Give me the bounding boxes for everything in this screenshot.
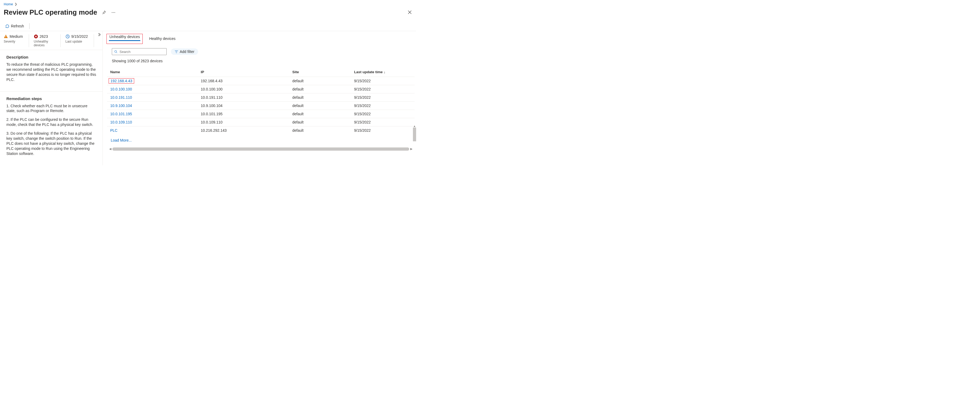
device-name-link[interactable]: 10.0.100.100 [110,87,132,91]
table-row[interactable]: 10.0.100.10010.0.100.100default9/15/2022 [107,85,415,93]
device-time: 9/15/2022 [354,79,399,83]
col-header-site[interactable]: Site [292,70,354,74]
vertical-scrollbar[interactable]: ▲ ▼ [413,125,416,165]
device-ip: 192.168.4.43 [201,79,292,83]
highlighted-device: 192.168.4.43 [109,78,134,84]
remediation-heading: Remediation steps [6,96,96,101]
device-name-link[interactable]: 10.0.101.195 [110,112,132,116]
stats-strip: Medium Severity 2623 Unhealthy devices 9… [0,31,102,50]
device-name-link[interactable]: 192.168.4.43 [110,79,132,83]
device-time: 9/15/2022 [354,128,399,133]
svg-rect-5 [6,36,6,37]
severity-label: Severity [4,40,23,43]
svg-point-0 [112,12,113,13]
search-input[interactable] [119,50,164,54]
device-site: default [292,95,354,100]
device-time: 9/15/2022 [354,95,399,100]
update-label: Last update [65,40,88,43]
description-body: To reduce the threat of malicious PLC pr… [6,62,96,82]
device-ip: 10.9.100.104 [201,103,292,108]
remediation-step-2: 2. If the PLC can be configured to the s… [6,117,96,127]
unhealthy-value: 2623 [40,34,48,38]
refresh-label: Refresh [11,24,24,28]
device-site: default [292,112,354,116]
stat-unhealthy: 2623 Unhealthy devices [34,34,61,47]
add-filter-label: Add filter [180,49,194,54]
unhealthy-label: Unhealthy devices [34,40,54,47]
table-row[interactable]: 10.9.100.10410.9.100.104default9/15/2022 [107,102,415,110]
device-time: 9/15/2022 [354,87,399,91]
scroll-left-icon[interactable]: ◀ [109,147,111,151]
device-site: default [292,128,354,133]
close-icon[interactable] [407,10,412,15]
filter-icon [175,50,178,54]
device-name-link[interactable]: 10.0.191.110 [110,95,132,100]
table-row[interactable]: PLC10.216.292.143default9/15/2022 [107,126,415,134]
svg-point-9 [115,51,117,53]
device-site: default [292,79,354,83]
svg-point-1 [113,12,114,13]
add-filter-button[interactable]: Add filter [171,48,198,55]
breadcrumb: Home ❯ [0,0,416,7]
scroll-up-icon[interactable]: ▲ [413,125,416,127]
device-time: 9/15/2022 [354,112,399,116]
horizontal-scrollbar[interactable]: ◀ ▶ [107,146,415,151]
page-title: Review PLC operating mode [4,8,97,16]
refresh-button[interactable]: Refresh [4,23,25,29]
table-row[interactable]: 10.0.191.11010.0.191.110default9/15/2022 [107,93,415,102]
update-value: 9/15/2022 [72,34,88,38]
table-row[interactable]: 192.168.4.43192.168.4.43default9/15/2022 [107,77,415,85]
device-site: default [292,103,354,108]
device-time: 9/15/2022 [354,103,399,108]
remediation-step-1: 1. Check whether each PLC must be in uns… [6,103,96,114]
pin-icon[interactable] [101,10,107,16]
remediation-step-3: 3. Do one of the following: If the PLC h… [6,131,96,156]
warning-icon [4,34,8,38]
results-count: Showing 1000 of 2623 devices [107,59,416,63]
table-row[interactable]: 10.0.101.19510.0.101.195default9/15/2022 [107,110,415,118]
svg-rect-6 [6,37,6,38]
error-icon [34,34,38,38]
expand-stats-icon[interactable] [97,33,101,37]
device-name-link[interactable]: 10.0.109.110 [110,120,132,124]
severity-value: Medium [10,34,23,38]
tab-unhealthy[interactable]: Unhealthy devices [109,33,140,41]
clock-icon [65,34,70,38]
description-heading: Description [6,55,96,59]
col-header-ip[interactable]: IP [201,70,292,74]
description-section: Description To reduce the threat of mali… [0,50,102,91]
search-box[interactable] [112,48,167,55]
device-ip: 10.0.100.100 [201,87,292,91]
toolbar-separator [29,23,30,29]
col-header-name[interactable]: Name [110,70,201,74]
remediation-section: Remediation steps 1. Check whether each … [0,92,102,165]
device-tabs: Unhealthy devices Healthy devices [107,35,416,43]
sort-arrow-icon: ↓ [383,70,385,74]
tab-unhealthy-highlight: Unhealthy devices [107,34,143,44]
device-ip: 10.0.101.195 [201,112,292,116]
search-icon [114,50,118,54]
device-name-link[interactable]: 10.9.100.104 [110,103,132,108]
device-name-link[interactable]: PLC [110,128,118,133]
table-header: Name IP Site Last update time ↓ [107,68,415,77]
breadcrumb-home[interactable]: Home [4,2,13,6]
device-ip: 10.0.109.110 [201,120,292,124]
stat-severity: Medium Severity [4,34,29,47]
scroll-right-icon[interactable]: ▶ [410,147,412,151]
device-ip: 10.216.292.143 [201,128,292,133]
device-ip: 10.0.191.110 [201,95,292,100]
more-icon[interactable] [110,10,116,16]
table-row[interactable]: 10.0.109.11010.0.109.110default9/15/2022 [107,118,415,126]
load-more-link[interactable]: Load More... [107,134,415,146]
toolbar: Refresh [0,21,416,31]
svg-point-2 [115,12,115,13]
col-header-time[interactable]: Last update time ↓ [354,70,399,74]
device-site: default [292,120,354,124]
device-site: default [292,87,354,91]
tab-healthy[interactable]: Healthy devices [148,35,176,43]
svg-line-10 [116,52,117,53]
stat-update: 9/15/2022 Last update [65,34,94,47]
device-time: 9/15/2022 [354,120,399,124]
chevron-right-icon: ❯ [14,2,17,6]
